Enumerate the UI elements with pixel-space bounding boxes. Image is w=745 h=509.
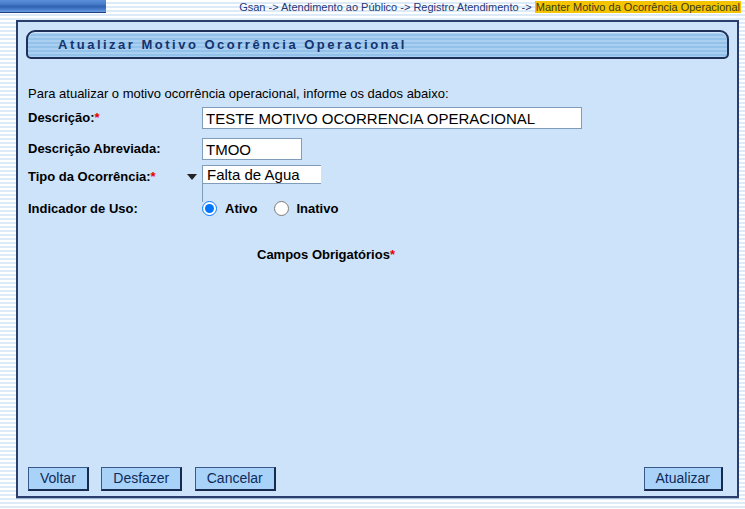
ativo-radio-label[interactable]: Ativo	[225, 201, 258, 216]
desfazer-button[interactable]: Desfazer	[101, 467, 182, 491]
indicador-uso-label: Indicador de Uso:	[28, 201, 138, 216]
cancelar-button[interactable]: Cancelar	[195, 467, 276, 491]
chevron-down-icon	[187, 174, 197, 180]
descricao-abreviada-input[interactable]	[202, 138, 302, 160]
tipo-ocorrencia-label: Tipo da Ocorrência:*	[28, 169, 156, 184]
voltar-button[interactable]: Voltar	[28, 467, 89, 491]
descricao-input[interactable]	[202, 107, 582, 129]
atualizar-button[interactable]: Atualizar	[644, 467, 723, 491]
descricao-abreviada-label: Descrição Abreviada:	[28, 141, 160, 156]
required-asterisk: *	[390, 247, 395, 262]
form-panel: Atualizar Motivo Ocorrência Operacional …	[16, 20, 739, 498]
breadcrumb: Gsan -> Atendimento ao Público -> Regist…	[239, 1, 741, 13]
ativo-radio[interactable]	[202, 201, 217, 216]
tipo-ocorrencia-select-wrap: Falta de Agua	[202, 165, 321, 202]
inativo-radio-label[interactable]: Inativo	[297, 201, 339, 216]
descricao-label: Descrição:*	[28, 110, 100, 125]
button-row: Voltar Desfazer Cancelar Atualizar	[28, 467, 723, 493]
tipo-ocorrencia-select[interactable]: Falta de Agua	[203, 166, 321, 183]
required-asterisk: *	[94, 110, 99, 125]
breadcrumb-path: Gsan -> Atendimento ao Público -> Regist…	[239, 1, 535, 13]
required-fields-note: Campos Obrigatórios*	[257, 247, 395, 262]
form-instructions: Para atualizar o motivo ocorrência opera…	[28, 86, 449, 101]
breadcrumb-current-highlighted: Manter Motivo da Ocorrência Operacional	[535, 1, 741, 13]
required-asterisk: *	[151, 169, 156, 184]
page-title: Atualizar Motivo Ocorrência Operacional	[26, 30, 729, 59]
top-menu-bar-fragment	[0, 0, 106, 13]
inativo-radio[interactable]	[274, 201, 289, 216]
